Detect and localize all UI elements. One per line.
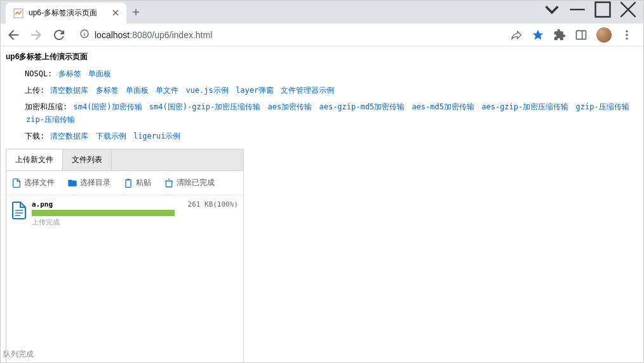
nav-link[interactable]: layer弹窗 [236,86,274,95]
file-icon [11,178,22,188]
bookmark-icon[interactable] [532,29,544,41]
select-file-button[interactable]: 选择文件 [11,177,55,188]
link-row: 加密和压缩: sm4(国密)加密传输 sm4(国密)-gzip-加密压缩传输 a… [6,100,638,126]
nav-link[interactable]: 清空数据库 [50,132,88,140]
new-tab-button[interactable] [126,3,145,24]
nav-link[interactable]: aes-gzip-md5加密传输 [319,102,405,111]
clear-icon [164,178,174,188]
avatar[interactable] [596,27,612,43]
svg-rect-1 [596,3,610,17]
nav-link[interactable]: sm4(国密)加密传输 [73,102,142,111]
folder-icon [67,178,77,188]
side-panel-icon[interactable] [575,29,587,41]
svg-rect-10 [127,179,130,181]
link-row: 下载: 清空数据库 下载示例 ligerui示例 [6,130,638,142]
tab-favicon [13,8,23,18]
share-icon[interactable] [510,29,523,41]
svg-point-8 [626,38,627,39]
select-dir-button[interactable]: 选择目录 [67,177,111,188]
link-row: 上传: 清空数据库 多标签 单面板 单文件 vue.js示例 layer弹窗 文… [6,84,638,97]
page-content: up6多标签上传演示页面 NOSQL: 多标签 单面板 上传: 清空数据库 多标… [1,46,643,362]
file-name: a.png [32,200,53,209]
file-type-icon [11,202,27,219]
url-text: localhost:8080/up6/index.html [95,30,212,40]
nav-link[interactable]: 单面板 [126,86,149,95]
maximize-button[interactable] [590,1,615,18]
file-list: a.png 261 KB(100%) 上传完成 [6,195,243,362]
nav-link[interactable]: 文件管理器示例 [281,86,334,95]
browser-tab[interactable]: up6-多标签演示页面 [6,3,126,24]
svg-rect-9 [126,179,131,187]
svg-rect-4 [577,31,586,39]
file-item: a.png 261 KB(100%) 上传完成 [11,198,238,229]
chevron-down-icon[interactable] [539,1,565,18]
svg-point-6 [626,30,627,32]
nav-link[interactable]: gzip-压缩传输 [575,102,629,111]
nav-link[interactable]: sm4(国密)-gzip-加密压缩传输 [149,102,260,111]
address-bar[interactable]: localhost:8080/up6/index.html [74,26,502,43]
progress-bar [32,210,175,216]
back-button[interactable] [6,27,21,43]
svg-point-3 [84,32,84,32]
page-title: up6多标签上传演示页面 [6,51,638,62]
tab-upload-new[interactable]: 上传新文件 [6,149,63,170]
row-label: NOSQL: [25,69,57,78]
row-label: 上传: [25,86,49,95]
close-window-button[interactable] [615,1,641,18]
svg-rect-11 [166,181,171,186]
browser-tab-bar: up6-多标签演示页面 [1,1,643,24]
close-icon[interactable] [112,9,119,18]
minimize-button[interactable] [565,1,590,18]
nav-link[interactable]: zip-压缩传输 [26,115,75,124]
menu-icon[interactable] [621,29,633,41]
upload-panel: 上传新文件 文件列表 选择文件 选择目录 粘贴 清除已完成 [6,149,244,362]
nav-link[interactable]: aes加密传输 [268,102,312,111]
nav-link[interactable]: 单面板 [88,69,111,78]
clear-done-button[interactable]: 清除已完成 [164,177,215,188]
reload-button[interactable] [51,27,67,43]
extensions-icon[interactable] [553,29,566,41]
panel-toolbar: 选择文件 选择目录 粘贴 清除已完成 [6,171,243,195]
nav-link[interactable]: 下载示例 [96,132,126,140]
nav-link[interactable]: aes-md5加密传输 [412,102,474,111]
paste-button[interactable]: 粘贴 [123,177,151,188]
nav-link[interactable]: aes-gzip-加密压缩传输 [481,102,568,111]
link-row: NOSQL: 多标签 单面板 [6,67,638,80]
queue-status: 队列完成 [3,349,34,360]
site-info-icon[interactable] [79,29,90,41]
nav-link[interactable]: ligerui示例 [133,132,181,140]
forward-button[interactable] [29,27,44,43]
svg-point-7 [626,34,627,36]
nav-link[interactable]: 多标签 [58,69,81,78]
nav-link[interactable]: 多标签 [96,86,119,95]
row-label: 下载: [25,132,49,140]
clipboard-icon [123,178,133,188]
file-size: 261 KB(100%) [188,200,238,209]
row-label: 加密和压缩: [25,102,72,111]
nav-link[interactable]: 单文件 [156,86,178,95]
tab-title: up6-多标签演示页面 [29,8,97,18]
nav-link[interactable]: vue.js示例 [185,86,228,95]
file-status: 上传完成 [32,217,238,227]
panel-tabs: 上传新文件 文件列表 [6,149,243,171]
nav-link[interactable]: 清空数据库 [50,86,88,95]
browser-toolbar: localhost:8080/up6/index.html [1,24,643,46]
tab-file-list[interactable]: 文件列表 [63,149,112,170]
